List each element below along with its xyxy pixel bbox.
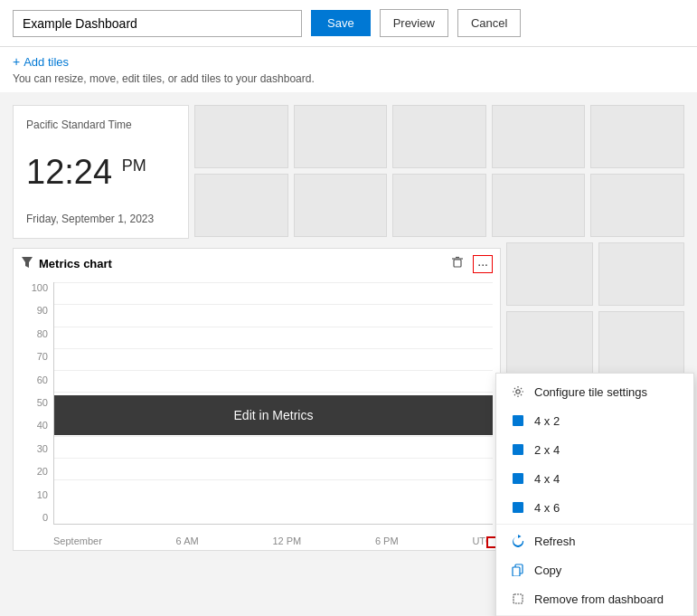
hint-text: You can resize, move, edit tiles, or add… <box>13 72 684 85</box>
gridline <box>54 436 493 437</box>
menu-item-4x6[interactable]: 4 x 6 <box>496 493 693 522</box>
gear-icon <box>511 384 525 399</box>
svg-rect-7 <box>513 473 523 484</box>
grid-cell <box>506 242 593 306</box>
tile-4x4-icon <box>511 471 525 486</box>
grid-cell <box>294 105 388 168</box>
gridline <box>54 282 493 283</box>
menu-item-copy[interactable]: Copy <box>496 555 693 584</box>
grid-cell <box>492 105 586 168</box>
menu-item-refresh[interactable]: Refresh <box>496 526 693 555</box>
gridline <box>54 370 493 371</box>
metrics-tile: Metrics chart ··· <box>13 248 501 551</box>
svg-point-4 <box>516 390 520 393</box>
gridline <box>54 392 493 393</box>
tile-2x4-icon <box>511 442 525 457</box>
chart-inner: Edit in Metrics <box>53 282 493 525</box>
svg-rect-11 <box>513 594 523 603</box>
grid-cell <box>598 242 685 306</box>
trash-icon <box>451 256 464 269</box>
chart-yaxis: 100 90 80 70 60 50 40 30 20 10 0 <box>14 279 53 523</box>
grid-cell <box>392 105 486 168</box>
edit-in-metrics-button[interactable]: Edit in Metrics <box>54 395 493 435</box>
grid-cell <box>590 105 684 168</box>
grid-cell <box>598 311 685 374</box>
save-button[interactable]: Save <box>311 10 371 36</box>
svg-rect-6 <box>513 444 523 455</box>
grid-cell <box>194 105 288 168</box>
menu-item-configure[interactable]: Configure tile settings <box>496 377 693 406</box>
copy-icon <box>511 563 525 577</box>
gridline <box>54 458 493 459</box>
plus-icon: + <box>13 54 20 69</box>
gridline <box>54 348 493 349</box>
chart-xaxis: September 6 AM 12 PM 6 PM UTC <box>53 535 493 546</box>
menu-item-remove[interactable]: Remove from dashboard <box>496 584 693 613</box>
add-tiles-label: Add tiles <box>24 55 69 69</box>
chart-area: 100 90 80 70 60 50 40 30 20 10 0 <box>14 279 500 550</box>
filter-icon <box>21 256 33 271</box>
tile-4x2-icon <box>511 413 525 428</box>
context-menu: Configure tile settings 4 x 2 2 x 4 4 x … <box>495 373 694 616</box>
tile-4x6-icon <box>511 500 525 515</box>
grid-cell <box>506 311 593 374</box>
svg-rect-10 <box>513 567 520 576</box>
more-options-button[interactable]: ··· <box>473 255 493 273</box>
grid-cell <box>590 174 684 237</box>
dashboard-title-input[interactable]: Example Dashboard <box>13 10 302 37</box>
grid-cell <box>194 174 288 237</box>
metrics-header: Metrics chart ··· <box>14 249 500 279</box>
svg-marker-0 <box>22 257 33 268</box>
dashboard-area: Pacific Standard Time 12:24 PM Friday, S… <box>0 92 697 616</box>
menu-item-4x2[interactable]: 4 x 2 <box>496 406 693 435</box>
svg-rect-1 <box>454 260 461 267</box>
delete-tile-button[interactable] <box>447 254 467 273</box>
menu-item-4x4[interactable]: 4 x 4 <box>496 464 693 493</box>
metrics-actions: ··· <box>447 254 493 273</box>
add-tiles-button[interactable]: + Add tiles <box>13 54 69 69</box>
subheader: + Add tiles You can resize, move, edit t… <box>0 47 697 92</box>
header: Example Dashboard Save Preview Cancel <box>0 0 697 47</box>
clock-tile: Pacific Standard Time 12:24 PM Friday, S… <box>13 105 189 239</box>
remove-icon <box>511 592 525 606</box>
grid-cell <box>392 174 486 237</box>
metrics-title: Metrics chart <box>39 257 112 270</box>
refresh-icon <box>511 534 525 548</box>
cancel-button[interactable]: Cancel <box>457 9 521 37</box>
clock-date: Friday, September 1, 2023 <box>26 213 175 225</box>
svg-rect-8 <box>513 502 523 513</box>
grid-cell <box>294 174 388 237</box>
menu-item-2x4[interactable]: 2 x 4 <box>496 435 693 464</box>
metrics-title-row: Metrics chart <box>21 256 112 271</box>
gridline <box>54 327 493 327</box>
preview-button[interactable]: Preview <box>380 9 448 37</box>
gridline <box>54 304 493 305</box>
grid-cell <box>492 174 586 237</box>
gridline <box>54 479 493 480</box>
clock-time: 12:24 PM <box>26 153 175 192</box>
menu-divider <box>496 524 693 525</box>
svg-rect-5 <box>513 415 523 426</box>
clock-timezone: Pacific Standard Time <box>26 118 175 131</box>
